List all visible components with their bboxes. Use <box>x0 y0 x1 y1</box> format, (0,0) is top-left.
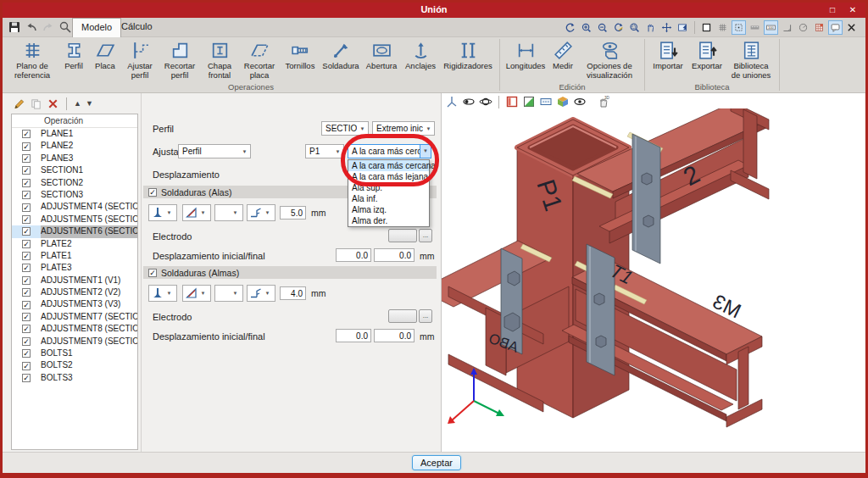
list-item[interactable]: ✓PLANE2 <box>12 140 137 152</box>
electrode-button[interactable] <box>388 309 417 323</box>
list-item[interactable]: ✓ADJUSTMENT9 (SECTION3) <box>12 336 137 347</box>
web-weld-offset-end-field[interactable]: 0.0 <box>374 329 415 342</box>
ribbon-btn-biblioteca-uniones[interactable]: Biblioteca de uniones <box>726 38 776 81</box>
electrode-button[interactable] <box>388 229 417 242</box>
dropdown-option[interactable]: Ala inf. <box>348 193 429 204</box>
edit-icon[interactable] <box>13 97 25 110</box>
shading-icon[interactable] <box>522 95 536 108</box>
checkbox[interactable]: ✓ <box>22 130 31 138</box>
weld-symbol-combo[interactable]: ▼ <box>247 285 275 302</box>
plate-view-icon[interactable] <box>505 95 519 108</box>
list-item[interactable]: ✓ADJUSTMENT7 (SECTION1) <box>12 311 137 323</box>
weld-type-combo[interactable]: ▼ <box>148 285 177 302</box>
weld-prep-combo[interactable]: ▼ <box>182 285 211 302</box>
3d-viewport[interactable]: P1 2 T1 M3 ABO <box>442 108 864 452</box>
checkbox[interactable]: ✓ <box>22 252 31 260</box>
ribbon-btn-medir[interactable]: Medir <box>548 38 578 73</box>
web-weld-size-field[interactable]: 4.0 <box>280 286 306 300</box>
close-view-icon[interactable] <box>844 20 859 35</box>
ribbon-btn-tornillos[interactable]: Tornillos <box>281 38 320 73</box>
search-icon[interactable] <box>58 20 72 34</box>
orbit-free-icon[interactable] <box>479 95 492 108</box>
comment-icon[interactable] <box>828 20 843 35</box>
grid-icon[interactable] <box>715 20 730 35</box>
dropdown-option[interactable]: A la cara más lejana <box>348 171 429 182</box>
list-item[interactable]: ✓ADJUSTMENT8 (SECTION2) <box>12 323 137 335</box>
checkbox[interactable]: ✓ <box>22 203 31 212</box>
checkbox[interactable]: ✓ <box>22 179 31 187</box>
checkbox[interactable]: ✓ <box>22 337 31 346</box>
delete-icon[interactable] <box>47 97 59 110</box>
ucs-axis-icon[interactable] <box>445 95 459 108</box>
list-item[interactable]: ✓ADJUSTMENT3 (V3) <box>12 298 137 310</box>
cube-view-icon[interactable] <box>556 95 570 108</box>
web-weld-offset-start-field[interactable]: 0.0 <box>336 329 371 342</box>
orbit-icon[interactable] <box>563 20 577 35</box>
ribbon-btn-abertura[interactable]: Abertura <box>362 38 401 73</box>
list-item[interactable]: ✓ADJUSTMENT2 (V2) <box>12 286 137 298</box>
flange-weld-offset-start-field[interactable]: 0.0 <box>336 248 371 262</box>
zoom-previous-icon[interactable] <box>595 20 609 35</box>
ribbon-btn-opciones-visualizacion[interactable]: Opciones de visualización <box>578 38 641 81</box>
list-item[interactable]: ✓BOLTS3 <box>12 372 137 384</box>
maximize-button[interactable]: □ <box>823 3 842 16</box>
checkbox[interactable]: ✓ <box>22 264 31 272</box>
list-item[interactable]: ✓BOLTS1 <box>12 347 137 359</box>
orbit-constrained-icon[interactable] <box>462 95 476 108</box>
ribbon-btn-anclajes[interactable]: Anclajes <box>401 38 440 73</box>
table-icon[interactable] <box>812 20 826 35</box>
weld-type-combo[interactable]: ▼ <box>148 204 177 221</box>
snap-icon[interactable] <box>732 20 746 35</box>
panel-splitter-left[interactable] <box>141 93 142 452</box>
move-icon[interactable] <box>659 20 674 35</box>
undo-icon[interactable] <box>25 20 38 34</box>
checkbox[interactable]: ✓ <box>22 325 31 333</box>
checkbox[interactable]: ✓ <box>22 215 31 224</box>
list-item[interactable]: ✓SECTION1 <box>12 164 137 176</box>
ribbon-btn-soldadura[interactable]: Soldadura <box>320 38 362 73</box>
list-item[interactable]: ✓PLATE1 <box>12 250 137 262</box>
ribbon-btn-placa[interactable]: Placa <box>89 38 121 73</box>
checkbox[interactable]: ✓ <box>22 276 31 285</box>
arc-icon[interactable] <box>796 20 810 35</box>
weld-prep-combo[interactable]: ▼ <box>182 204 211 221</box>
dropdown-option[interactable]: Alma izq. <box>348 204 429 215</box>
checkbox[interactable]: ✓ <box>22 288 31 297</box>
ribbon-btn-plano-referencia[interactable]: Plano de referencia <box>6 38 58 81</box>
dropdown-option[interactable]: Alma der. <box>348 215 429 226</box>
checkbox[interactable]: ✓ <box>22 166 31 175</box>
dropdown-option[interactable]: A la cara más cercana <box>348 160 429 171</box>
accept-button[interactable]: Aceptar <box>412 455 461 470</box>
electrode-browse-button[interactable]: ... <box>419 229 432 242</box>
checkbox[interactable]: ✓ <box>22 374 31 382</box>
ribbon-btn-perfil[interactable]: Perfil <box>58 38 89 73</box>
pan-icon[interactable] <box>643 20 658 35</box>
list-item[interactable]: ✓ADJUSTMENT1 (V1) <box>12 275 137 286</box>
redo-icon[interactable] <box>42 20 55 34</box>
ribbon-btn-rigidizadores[interactable]: Rigidizadores <box>440 38 496 73</box>
checkbox[interactable]: ✓ <box>22 240 31 248</box>
3d-pan-hand-icon[interactable]: 3D <box>597 95 610 108</box>
electrode-browse-button[interactable]: ... <box>419 309 432 323</box>
fit-face-combo[interactable]: A la cara más cercana▼ <box>348 144 431 158</box>
regen-icon[interactable] <box>611 20 626 35</box>
ribbon-btn-recortar-placa[interactable]: Recortar placa <box>238 38 281 81</box>
angle-icon[interactable] <box>780 20 794 35</box>
dimensions-view-icon[interactable] <box>539 95 553 108</box>
end-combo[interactable]: Extremo inicial▼ <box>372 121 435 136</box>
zoom-extents-icon[interactable] <box>579 20 593 35</box>
copy-icon[interactable] <box>30 97 42 110</box>
weld-surface-combo[interactable]: ▼ <box>214 285 243 302</box>
list-item[interactable]: ✓PLATE3 <box>12 262 137 274</box>
list-item[interactable]: ✓PLATE2 <box>12 238 137 250</box>
list-item[interactable]: ✓PLANE1 <box>12 128 137 140</box>
dimension-value-icon[interactable]: 100 <box>764 20 778 35</box>
flange-weld-offset-end-field[interactable]: 0.0 <box>374 248 415 262</box>
save-icon[interactable] <box>8 20 21 34</box>
list-item-selected[interactable]: ✓ADJUSTMENT6 (SECTION3) <box>12 225 137 237</box>
ribbon-btn-importar[interactable]: Importar <box>648 38 687 73</box>
weld-symbol-combo[interactable]: ▼ <box>247 204 275 221</box>
ribbon-btn-ajustar-perfil[interactable]: Ajustar perfil <box>121 38 159 81</box>
checkbox[interactable]: ✓ <box>22 313 31 321</box>
flange-welds-checkbox[interactable]: ✓ <box>148 188 157 197</box>
